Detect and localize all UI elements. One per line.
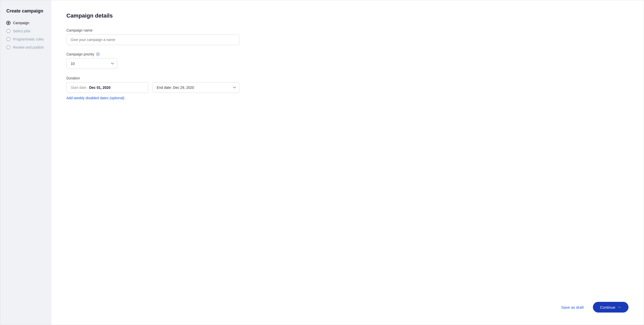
sidebar-item-select-jobs[interactable]: Select jobs — [6, 29, 45, 33]
campaign-name-input[interactable] — [66, 34, 239, 45]
footer-actions: Save as draft Continue → — [66, 287, 628, 313]
sidebar-nav: Campaign Select jobs Programmatic rules … — [6, 21, 45, 49]
sidebar-title: Create campaign — [6, 8, 45, 14]
sidebar-radio-programmatic-rules — [6, 37, 10, 41]
campaign-priority-label: Campaign priority — [66, 52, 94, 56]
sidebar-item-programmatic-rules[interactable]: Programmatic rules — [6, 37, 45, 41]
start-date-value: Dec 01, 2020 — [89, 86, 110, 90]
sidebar: Create campaign Campaign Select jobs Pro… — [0, 0, 51, 325]
continue-button[interactable]: Continue → — [593, 302, 628, 313]
sidebar-label-select-jobs: Select jobs — [13, 29, 30, 33]
sidebar-label-review-publish: Review and publish — [13, 45, 44, 49]
end-date-select[interactable]: End date: Dec 29, 2020 End date: Dec 30,… — [152, 82, 239, 93]
save-draft-button[interactable]: Save as draft — [557, 303, 588, 312]
sidebar-label-campaign: Campaign — [13, 21, 29, 25]
start-date-field[interactable]: Start date: Dec 01, 2020 — [66, 82, 148, 93]
section-title: Campaign details — [66, 12, 239, 19]
sidebar-item-review-publish[interactable]: Review and publish — [6, 45, 45, 49]
add-weekly-dates-link[interactable]: Add weekly disabled dates (optional) — [66, 96, 124, 100]
sidebar-radio-review-publish — [6, 45, 10, 49]
continue-arrow-icon: → — [617, 305, 621, 309]
form-section: Campaign details Campaign name Campaign … — [66, 12, 239, 287]
start-date-label: Start date: Dec 01, 2020 — [71, 86, 110, 90]
campaign-priority-group: Campaign priority i 10 9 8 7 6 5 4 3 2 1 — [66, 52, 239, 69]
sidebar-item-campaign[interactable]: Campaign — [6, 21, 45, 25]
app-container: Create campaign Campaign Select jobs Pro… — [0, 0, 644, 325]
duration-label: Duration — [66, 76, 239, 80]
sidebar-label-programmatic-rules: Programmatic rules — [13, 37, 44, 41]
start-date-prefix: Start date: — [71, 86, 87, 90]
campaign-priority-info-icon[interactable]: i — [96, 52, 100, 56]
campaign-priority-select[interactable]: 10 9 8 7 6 5 4 3 2 1 — [66, 58, 117, 69]
campaign-name-label: Campaign name — [66, 28, 239, 32]
main-content: Campaign details Campaign name Campaign … — [51, 0, 644, 325]
duration-row: Start date: Dec 01, 2020 End date: Dec 2… — [66, 82, 239, 93]
campaign-priority-label-row: Campaign priority i — [66, 52, 239, 56]
duration-group: Duration Start date: Dec 01, 2020 End da… — [66, 76, 239, 100]
sidebar-radio-select-jobs — [6, 29, 10, 33]
campaign-name-group: Campaign name — [66, 28, 239, 45]
continue-label: Continue — [600, 305, 615, 309]
sidebar-radio-campaign — [6, 21, 10, 25]
